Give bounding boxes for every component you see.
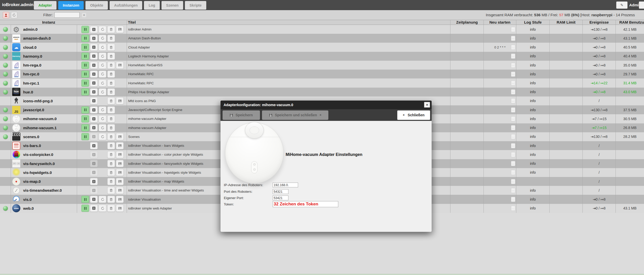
pause-button[interactable]: [81, 71, 89, 78]
settings-button[interactable]: [90, 160, 98, 167]
cron-edit-button[interactable]: ...: [511, 36, 515, 41]
expert-mode-button[interactable]: [3, 12, 9, 18]
delete-button[interactable]: [107, 178, 115, 185]
pause-button[interactable]: [81, 133, 89, 140]
tab-objekte[interactable]: Objekte: [85, 1, 108, 10]
delete-button[interactable]: [107, 205, 115, 212]
cron-edit-button[interactable]: ...: [511, 27, 515, 32]
delete-button[interactable]: [107, 142, 115, 149]
cron-edit-button[interactable]: ...: [511, 134, 515, 139]
settings-button[interactable]: [90, 62, 98, 69]
restart-button[interactable]: [99, 71, 106, 78]
tab-adapter[interactable]: Adapter: [34, 1, 56, 10]
cron-edit-button[interactable]: ...: [511, 98, 515, 103]
delete-button[interactable]: [107, 53, 115, 60]
open-web-button[interactable]: [116, 97, 124, 104]
cron-edit-button[interactable]: ...: [511, 63, 515, 68]
delete-button[interactable]: [107, 62, 115, 69]
pause-button[interactable]: [81, 35, 89, 42]
pause-button[interactable]: [81, 106, 89, 114]
cron-edit-button[interactable]: ...: [511, 54, 515, 59]
settings-button[interactable]: [90, 178, 98, 185]
open-web-button[interactable]: [116, 160, 124, 167]
settings-button[interactable]: [90, 133, 98, 140]
settings-button[interactable]: [90, 97, 98, 104]
save-button[interactable]: Speichern: [223, 110, 260, 120]
open-web-button[interactable]: [116, 169, 124, 176]
cron-edit-button[interactable]: ...: [511, 179, 515, 184]
own-port-field[interactable]: [273, 196, 288, 200]
pause-button[interactable]: [81, 124, 89, 131]
edit-user-button[interactable]: ✎: [616, 2, 627, 9]
open-web-button[interactable]: [116, 142, 124, 149]
settings-button[interactable]: [90, 142, 98, 149]
settings-button[interactable]: [90, 115, 98, 122]
open-web-button[interactable]: [116, 62, 124, 69]
cron-edit-button[interactable]: ...: [511, 45, 515, 50]
restart-button[interactable]: [99, 53, 106, 60]
settings-button[interactable]: [90, 106, 98, 114]
pause-button[interactable]: [81, 44, 89, 51]
restart-button[interactable]: [99, 124, 106, 131]
restart-button[interactable]: [99, 62, 106, 69]
cron-edit-button[interactable]: ...: [511, 80, 515, 86]
settings-button[interactable]: [90, 79, 98, 87]
restart-button[interactable]: [99, 115, 106, 122]
open-web-button[interactable]: [116, 178, 124, 185]
cron-edit-button[interactable]: ...: [511, 116, 515, 121]
cron-edit-button[interactable]: ...: [511, 107, 515, 112]
pause-button[interactable]: [81, 26, 89, 33]
delete-button[interactable]: [107, 151, 115, 158]
pause-button[interactable]: [81, 115, 89, 122]
delete-button[interactable]: [107, 26, 115, 33]
settings-button[interactable]: [90, 205, 98, 212]
pause-button[interactable]: [81, 196, 89, 203]
tab-szenen[interactable]: Szenen: [162, 1, 183, 10]
filter-input[interactable]: [54, 12, 80, 18]
delete-button[interactable]: [107, 196, 115, 203]
settings-button[interactable]: [90, 196, 98, 203]
pause-button[interactable]: [81, 205, 89, 212]
settings-button[interactable]: [90, 44, 98, 51]
delete-button[interactable]: [107, 97, 115, 104]
settings-button[interactable]: [90, 88, 98, 95]
cron-edit-button[interactable]: ...: [511, 197, 515, 202]
user-menu-button[interactable]: [639, 2, 644, 9]
delete-button[interactable]: [107, 35, 115, 42]
cron-edit-button[interactable]: ...: [511, 188, 515, 193]
delete-button[interactable]: [107, 133, 115, 140]
cron-edit-button[interactable]: ...: [511, 152, 515, 157]
cron-edit-button[interactable]: ...: [511, 143, 515, 148]
open-web-button[interactable]: [116, 133, 124, 140]
delete-button[interactable]: [107, 169, 115, 176]
cron-edit-button[interactable]: ...: [511, 72, 515, 77]
pause-button[interactable]: [81, 79, 89, 87]
restart-button[interactable]: [99, 79, 106, 87]
tab-skripte[interactable]: Skripte: [185, 1, 206, 10]
pause-button[interactable]: [81, 53, 89, 60]
restart-button[interactable]: [99, 133, 106, 140]
delete-button[interactable]: [107, 124, 115, 131]
token-field[interactable]: [273, 201, 338, 207]
settings-button[interactable]: [90, 169, 98, 176]
cron-edit-button[interactable]: ...: [511, 206, 515, 211]
pause-button[interactable]: [81, 88, 89, 95]
dialog-close-button[interactable]: ×: [424, 102, 430, 108]
open-web-button[interactable]: [116, 196, 124, 203]
settings-button[interactable]: [90, 26, 98, 33]
open-web-button[interactable]: [116, 26, 124, 33]
open-web-button[interactable]: [116, 151, 124, 158]
restart-button[interactable]: [99, 196, 106, 203]
tab-log[interactable]: Log: [144, 1, 160, 10]
restart-button[interactable]: [99, 26, 106, 33]
open-web-button[interactable]: [116, 205, 124, 212]
restart-button[interactable]: [99, 205, 106, 212]
cron-edit-button[interactable]: ...: [511, 170, 515, 175]
tab-aufzaehlungen[interactable]: Aufzählungen: [110, 1, 142, 10]
ip-field[interactable]: [273, 183, 298, 187]
tab-instanzen[interactable]: Instanzen: [58, 1, 84, 10]
cron-edit-button[interactable]: ...: [511, 89, 515, 94]
restart-button[interactable]: [99, 106, 106, 114]
close-dialog-button[interactable]: × Schließen: [397, 110, 430, 120]
open-web-button[interactable]: [116, 187, 124, 194]
